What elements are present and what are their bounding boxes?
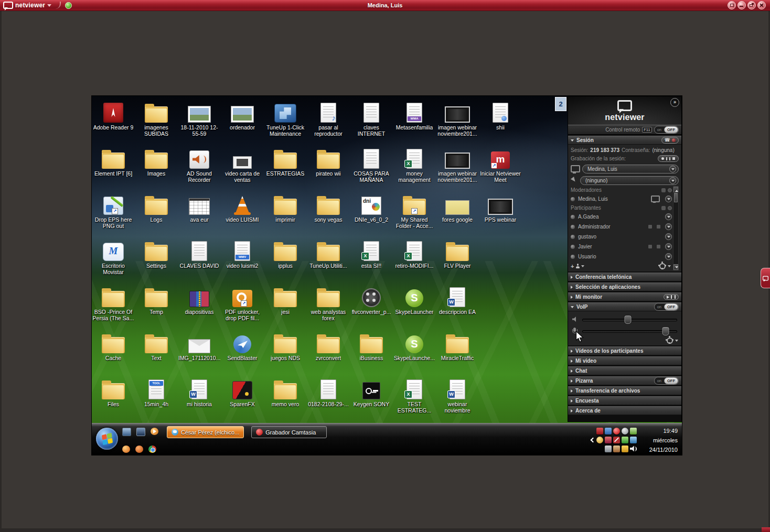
section-voip[interactable]: VoIPonOFF: [568, 302, 681, 311]
desktop-icon[interactable]: memo vero: [264, 375, 307, 421]
quicklaunch-media-player-icon[interactable]: [151, 428, 158, 435]
participant-menu-button[interactable]: [665, 196, 672, 202]
participant-menu-button[interactable]: [665, 243, 672, 250]
desktop-icon[interactable]: PPS webinar: [479, 190, 522, 236]
section-apps[interactable]: Selección de aplicaciones: [568, 283, 681, 291]
tray-chevron-left-icon[interactable]: [590, 437, 595, 443]
audio-control-icon[interactable]: [648, 245, 652, 248]
desktop-icon[interactable]: 18-11-2010 12-55-59: [178, 98, 221, 144]
desktop-icon[interactable]: video LUISMI: [221, 190, 264, 236]
tray-mute-icon[interactable]: [613, 437, 620, 443]
tray-monitor-gray-icon[interactable]: [605, 446, 612, 452]
desktop-icon[interactable]: DNIe_v6_0_2: [350, 190, 393, 236]
desktop-icon[interactable]: imagen webinar noviembre201...: [436, 98, 479, 144]
scroll-down-button[interactable]: [673, 264, 678, 270]
desktop-icon[interactable]: SkypeLauncher: [393, 283, 436, 329]
desktop-icon[interactable]: Images: [135, 144, 178, 190]
desktop-icon[interactable]: diapositivas: [178, 283, 221, 329]
dropdown-icon[interactable]: [669, 177, 676, 184]
participant-menu-button[interactable]: [665, 223, 672, 230]
desktop-icon[interactable]: IMG_17112010...: [178, 329, 221, 375]
participant-row[interactable]: Administrador: [571, 222, 672, 232]
section-chat[interactable]: Chat: [568, 366, 681, 375]
section-transferencia[interactable]: Transferencia de archivos: [568, 386, 681, 395]
participants-scrollbar[interactable]: [673, 186, 679, 270]
taskbar-task-skype[interactable]: César Pérez (elchico...: [167, 426, 244, 438]
start-button[interactable]: [96, 428, 118, 450]
desktop-icon[interactable]: mi historia: [178, 375, 221, 421]
desktop-icon[interactable]: money management: [393, 144, 436, 190]
tray-network-icon[interactable]: [630, 437, 637, 443]
tray-camtasia-orb-icon[interactable]: [613, 428, 620, 435]
desktop-icon[interactable]: juegos NDS: [264, 329, 307, 375]
participant-menu-button[interactable]: [665, 233, 672, 240]
desktop-icon[interactable]: ESTRATEGIAS: [264, 144, 307, 190]
tray-snapshot-icon[interactable]: [613, 446, 620, 452]
desktop-icon[interactable]: pasar al reproductor: [307, 98, 350, 144]
desktop-icon[interactable]: ipplus: [264, 236, 307, 283]
participant-menu-button[interactable]: [665, 213, 672, 220]
scroll-up-button[interactable]: [673, 187, 678, 192]
desktop-icon[interactable]: web analystas forex: [307, 283, 350, 329]
tray-photo-red-icon[interactable]: [605, 437, 612, 443]
desktop-icon[interactable]: MiracleTraffic: [436, 329, 479, 375]
desktop-icon[interactable]: ↗PDF unlocker, drop PDF fil...: [221, 283, 264, 329]
scroll-thumb[interactable]: [674, 193, 678, 202]
pointer-select[interactable]: (ninguno): [580, 176, 679, 185]
voip-settings-button[interactable]: [667, 338, 678, 344]
desktop-icon[interactable]: imagenes SUBIDAS: [135, 98, 178, 144]
desktop-icon[interactable]: retiro-MODIFI...: [393, 236, 436, 283]
tray-mail-icon[interactable]: [605, 428, 612, 435]
recording-control[interactable]: [658, 155, 679, 162]
section-monitor[interactable]: Mi monitor: [568, 292, 681, 301]
dropdown-icon[interactable]: [669, 166, 676, 172]
participant-row[interactable]: A.Gadea: [571, 212, 672, 222]
desktop-icon[interactable]: ordenador: [221, 98, 264, 144]
desktop-icon[interactable]: Escritorio Movistar: [92, 236, 135, 283]
remote-control-toggle[interactable]: onOFF: [654, 126, 679, 134]
slider-thumb[interactable]: [624, 316, 631, 324]
app-menu[interactable]: netviewer: [0, 2, 72, 9]
audio-control-icon[interactable]: [657, 245, 660, 248]
section-pizarra[interactable]: PizarraonOFF: [568, 376, 681, 385]
add-participant-button[interactable]: [571, 263, 584, 269]
fullscreen-button[interactable]: [728, 1, 736, 9]
desktop-icon[interactable]: Files: [92, 375, 135, 421]
voip-onoff-toggle[interactable]: onOFF: [654, 303, 679, 311]
session-call-control[interactable]: ☎: [661, 137, 679, 144]
close-button[interactable]: [757, 1, 766, 9]
panel-slide-tab[interactable]: [761, 268, 770, 288]
desktop-icon[interactable]: FLV Player: [436, 236, 479, 283]
section-conferencia[interactable]: Conferencia telefónica: [568, 273, 681, 281]
desktop-icon[interactable]: sony vegas: [307, 190, 350, 236]
desktop-icon[interactable]: ↗My Shared Folder - Acce...: [393, 190, 436, 236]
desktop-icon[interactable]: esta SI!!: [350, 236, 393, 283]
desktop-icon[interactable]: SkypeLaunche...: [393, 329, 436, 375]
restore-button[interactable]: [747, 1, 756, 9]
desktop-icon[interactable]: Metasenfamilia: [393, 98, 436, 144]
desktop-icon[interactable]: video carta de ventas: [221, 144, 264, 190]
desktop-icon[interactable]: AD Sound Recorder: [178, 144, 221, 190]
participant-row[interactable]: Usuario: [571, 252, 672, 262]
monitor-transfer-control[interactable]: [664, 294, 679, 300]
tray-netviewer-meet-icon[interactable]: [596, 428, 603, 435]
desktop-icon[interactable]: SendBlaster: [221, 329, 264, 375]
desktop-icon[interactable]: flvconverter_p...: [350, 283, 393, 329]
desktop-icon[interactable]: webinar noviembre: [436, 375, 479, 421]
participant-row[interactable]: Javier: [571, 242, 672, 252]
desktop-icon[interactable]: TuneUp.Utiliti...: [307, 236, 350, 283]
desktop-icon[interactable]: 0182-2108-29-...: [307, 375, 350, 421]
desktop-icon[interactable]: Iniciar Netviewer Meet: [479, 144, 522, 190]
desktop-icon[interactable]: COSAS PARA MAÑANA: [350, 144, 393, 190]
participant-row[interactable]: gustavo: [571, 232, 672, 242]
section-mivideo[interactable]: Mi video: [568, 356, 681, 365]
pizarra-onoff-toggle[interactable]: onOFF: [654, 377, 679, 385]
audio-control-icon[interactable]: [648, 225, 652, 229]
quicklaunch-aol-icon[interactable]: [135, 446, 143, 453]
desktop-icon[interactable]: Logs: [135, 190, 178, 236]
section-encuesta[interactable]: Encuesta: [568, 396, 681, 405]
minimize-button[interactable]: [737, 1, 746, 9]
desktop-icon[interactable]: Keygen SONY: [350, 375, 393, 421]
desktop-icon[interactable]: Settings: [135, 236, 178, 283]
tray-green-tool-icon[interactable]: [630, 428, 637, 435]
